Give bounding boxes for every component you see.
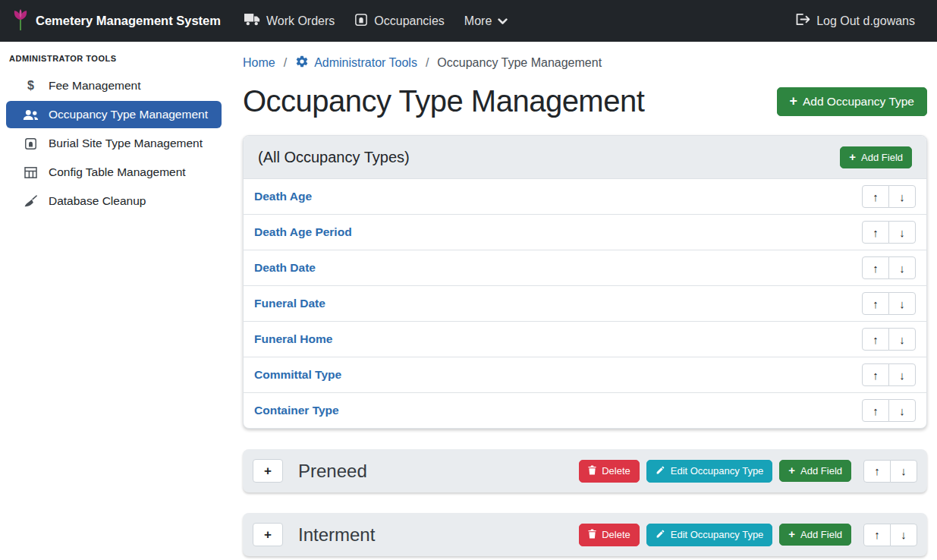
edit-occupancy-type-button[interactable]: Edit Occupancy Type <box>646 524 773 546</box>
move-up-button[interactable]: ↑ <box>862 185 889 208</box>
sidebar-item-occupancy-type-management[interactable]: Occupancy Type Management <box>6 101 222 128</box>
field-link-death-age-period[interactable]: Death Age Period <box>254 225 352 239</box>
add-occupancy-type-label: Add Occupancy Type <box>803 95 914 109</box>
reorder-buttons: ↑ ↓ <box>862 221 916 244</box>
nav-occupancies-label: Occupancies <box>374 14 445 28</box>
sidebar: ADMINISTRATOR TOOLS $ Fee Management Occ… <box>0 42 228 560</box>
delete-label: Delete <box>602 465 630 477</box>
field-row: Death Age ↑ ↓ <box>244 178 926 214</box>
dollar-icon: $ <box>23 79 39 93</box>
occupancy-type-name: Interment <box>298 524 375 546</box>
arrow-up-icon: ↑ <box>873 404 879 417</box>
move-down-button[interactable]: ↓ <box>888 399 916 422</box>
move-up-button[interactable]: ↑ <box>862 221 889 244</box>
nav-occupancies[interactable]: Occupancies <box>344 5 454 37</box>
add-field-button[interactable]: + Add Field <box>779 460 851 482</box>
arrow-up-icon: ↑ <box>873 369 879 382</box>
add-field-button[interactable]: + Add Field <box>840 146 912 168</box>
reorder-buttons: ↑ ↓ <box>862 399 916 422</box>
move-down-button[interactable]: ↓ <box>888 221 916 244</box>
page-layout: ADMINISTRATOR TOOLS $ Fee Management Occ… <box>0 42 937 560</box>
bar-actions: Delete Edit Occupancy Type + Add Field ↑… <box>579 524 917 546</box>
breadcrumb-admin-tools-label: Administrator Tools <box>314 56 417 70</box>
reorder-buttons: ↑ ↓ <box>863 524 917 546</box>
brand[interactable]: Cemetery Management System <box>12 8 221 34</box>
tombstone-icon <box>354 13 368 30</box>
top-navbar: Cemetery Management System Work Orders <box>0 0 937 42</box>
move-down-button[interactable]: ↓ <box>888 328 916 351</box>
sidebar-item-database-cleanup[interactable]: Database Cleanup <box>6 187 222 215</box>
nav-logout[interactable]: Log Out d.gowans <box>785 5 925 36</box>
occupancy-type-bar-interment: + Interment Delete Edit Occ <box>243 513 927 556</box>
add-field-button[interactable]: + Add Field <box>779 524 851 546</box>
pencil-icon <box>656 465 665 477</box>
move-up-button[interactable]: ↑ <box>862 256 889 279</box>
plus-icon: + <box>788 529 795 540</box>
arrow-up-icon: ↑ <box>873 262 879 275</box>
arrow-up-icon: ↑ <box>874 528 880 541</box>
reorder-buttons: ↑ ↓ <box>862 328 916 351</box>
field-link-death-date[interactable]: Death Date <box>254 261 316 275</box>
occupancy-type-bar-preneed: + Preneed Delete Edit Occup <box>243 449 927 492</box>
plus-icon: + <box>849 152 856 163</box>
trash-icon <box>588 465 596 477</box>
reorder-buttons: ↑ ↓ <box>862 185 916 208</box>
breadcrumb-separator: / <box>284 56 287 70</box>
move-up-button[interactable]: ↑ <box>862 328 889 351</box>
delete-label: Delete <box>602 529 630 540</box>
all-occupancy-types-card: (All Occupancy Types) + Add Field Death … <box>243 135 927 429</box>
nav-work-orders[interactable]: Work Orders <box>234 5 344 36</box>
move-up-button[interactable]: ↑ <box>862 399 889 422</box>
move-up-button[interactable]: ↑ <box>862 292 889 315</box>
reorder-buttons: ↑ ↓ <box>862 363 916 386</box>
field-link-death-age[interactable]: Death Age <box>254 190 312 203</box>
move-up-button[interactable]: ↑ <box>863 460 891 483</box>
delete-button[interactable]: Delete <box>579 460 640 483</box>
field-link-committal-type[interactable]: Committal Type <box>254 368 341 382</box>
all-occupancy-types-header: (All Occupancy Types) + Add Field <box>244 136 926 178</box>
sidebar-item-label: Config Table Management <box>49 165 186 179</box>
move-down-button[interactable]: ↓ <box>888 256 916 279</box>
add-occupancy-type-button[interactable]: + Add Occupancy Type <box>777 87 927 116</box>
sidebar-item-config-table-management[interactable]: Config Table Management <box>6 159 222 186</box>
delete-button[interactable]: Delete <box>579 524 640 546</box>
move-down-button[interactable]: ↓ <box>888 363 916 386</box>
field-row: Funeral Date ↑ ↓ <box>244 285 926 321</box>
table-icon <box>23 167 39 178</box>
move-up-button[interactable]: ↑ <box>862 363 889 386</box>
arrow-down-icon: ↓ <box>901 464 907 477</box>
nav-links: Work Orders Occupancies More <box>234 5 517 37</box>
nav-more-label: More <box>464 14 492 28</box>
brand-title: Cemetery Management System <box>36 14 221 28</box>
edit-label: Edit Occupancy Type <box>671 465 764 477</box>
expand-button[interactable]: + <box>253 459 283 483</box>
broom-icon <box>23 195 39 207</box>
field-link-container-type[interactable]: Container Type <box>254 404 339 417</box>
breadcrumb-admin-tools-link[interactable]: Administrator Tools <box>295 55 417 71</box>
users-icon <box>23 109 39 121</box>
move-down-button[interactable]: ↓ <box>890 460 917 483</box>
breadcrumb-separator: / <box>426 56 429 70</box>
page-title: Occupancy Type Management <box>243 84 644 118</box>
move-down-button[interactable]: ↓ <box>888 185 916 208</box>
reorder-buttons: ↑ ↓ <box>862 292 916 315</box>
sidebar-item-burial-site-type-management[interactable]: Burial Site Type Management <box>6 130 222 157</box>
breadcrumb: Home / Administrator Tools / Occupancy T… <box>243 55 927 71</box>
expand-button[interactable]: + <box>253 523 283 546</box>
add-field-label: Add Field <box>861 152 903 163</box>
move-up-button[interactable]: ↑ <box>863 524 891 546</box>
move-down-button[interactable]: ↓ <box>888 292 916 315</box>
breadcrumb-home-link[interactable]: Home <box>243 56 275 70</box>
sidebar-item-fee-management[interactable]: $ Fee Management <box>6 72 222 99</box>
field-link-funeral-home[interactable]: Funeral Home <box>254 332 332 346</box>
edit-occupancy-type-button[interactable]: Edit Occupancy Type <box>646 460 773 483</box>
field-link-funeral-date[interactable]: Funeral Date <box>254 297 325 310</box>
breadcrumb-home-label: Home <box>243 56 275 70</box>
arrow-up-icon: ↑ <box>874 464 880 477</box>
add-field-label: Add Field <box>800 465 842 477</box>
nav-more[interactable]: More <box>454 7 517 36</box>
move-down-button[interactable]: ↓ <box>890 524 917 546</box>
field-row: Death Age Period ↑ ↓ <box>244 214 926 250</box>
nav-work-orders-label: Work Orders <box>266 14 335 28</box>
arrow-down-icon: ↓ <box>899 262 905 275</box>
